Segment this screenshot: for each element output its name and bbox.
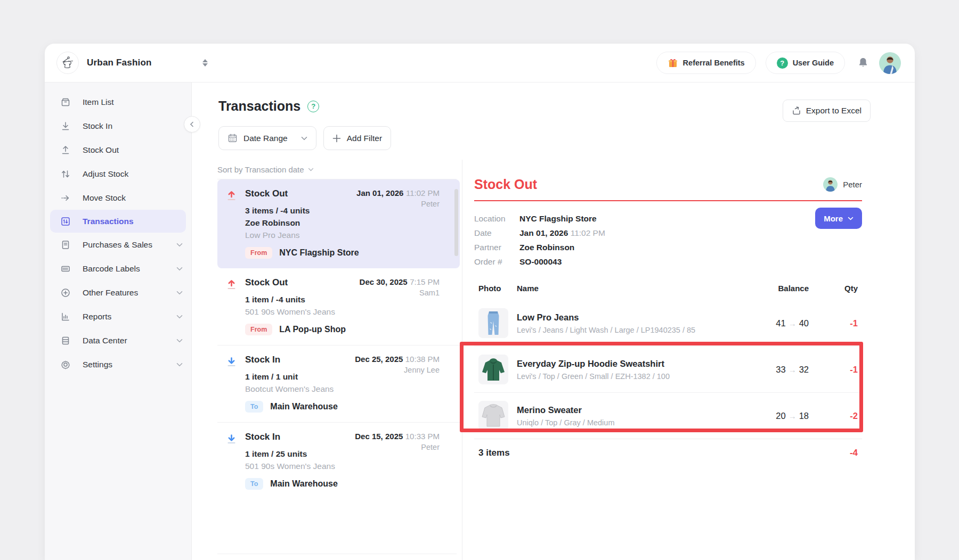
- sidebar-item-stock-in[interactable]: Stock In: [45, 114, 191, 138]
- transaction-card-2[interactable]: Stock Out1 item / -4 units501 90s Women'…: [217, 268, 460, 345]
- notifications-bell-icon[interactable]: [857, 56, 869, 69]
- transaction-card-1[interactable]: Stock Out3 items / -4 unitsZoe RobinsonL…: [217, 179, 460, 268]
- stock-in-icon: [60, 120, 71, 131]
- referral-benefits-button[interactable]: Referral Benefits: [656, 52, 756, 74]
- stock-out-icon: [60, 144, 71, 155]
- direction-tag: From: [245, 324, 272, 335]
- table-total-row: 3 items -4: [474, 439, 862, 467]
- barcode-icon: [60, 263, 71, 274]
- other-features-icon: [60, 287, 71, 298]
- sidebar-item-label: Move Stock: [83, 193, 126, 203]
- jeans-photo: [478, 308, 508, 338]
- arrow-right-icon: →: [786, 319, 799, 328]
- transaction-location: LA Pop-up Shop: [279, 325, 346, 334]
- transaction-card-3[interactable]: Stock In1 item / 1 unitBootcut Women's J…: [217, 345, 460, 422]
- arrow-right-icon: →: [786, 365, 799, 374]
- chevron-down-icon: [176, 291, 183, 295]
- direction-tag: From: [245, 247, 272, 259]
- sidebar-item-data-center[interactable]: Data Center: [45, 328, 191, 352]
- chevron-down-icon: [176, 243, 183, 247]
- total-items-label: 3 items: [478, 448, 809, 458]
- workspace-logo[interactable]: [56, 52, 79, 74]
- transaction-item: 501 90s Women's Jeans: [245, 306, 440, 318]
- calendar-icon: [227, 133, 238, 143]
- app-window: Urban Fashion Referral Benefits ? User G…: [45, 44, 915, 560]
- chevron-down-icon: [176, 363, 183, 367]
- export-to-excel-button[interactable]: Export to Excel: [783, 100, 871, 122]
- detail-title: Stock Out: [474, 177, 537, 192]
- item-attributes: Levi's / Jeans / Light Wash / Large / LP…: [517, 326, 739, 334]
- more-button[interactable]: More: [815, 208, 862, 229]
- purchases-icon: [60, 239, 71, 250]
- list-scrollbar[interactable]: [454, 189, 458, 256]
- transaction-card-4[interactable]: Stock In1 item / 25 units501 90s Women's…: [217, 422, 460, 499]
- main-content: Transactions ? Export to Excel Date: [192, 83, 915, 560]
- question-badge-icon: ?: [777, 57, 788, 69]
- item-row-everyday-zip-up-hoodie-sweatshirt[interactable]: Everyday Zip-up Hoodie SweatshirtLevi's …: [474, 346, 862, 392]
- field-value-location: NYC Flagship Store: [519, 214, 862, 224]
- sidebar-item-purchases-sales[interactable]: Purchases & Sales: [45, 233, 191, 257]
- user-avatar[interactable]: [879, 52, 901, 74]
- transaction-user: Peter: [355, 443, 440, 451]
- chevron-down-icon: [176, 267, 183, 271]
- sidebar-item-move-stock[interactable]: Move Stock: [45, 186, 191, 210]
- transaction-datetime: Dec 25, 2025 10:38 PMJenny Lee: [355, 355, 440, 374]
- transaction-date: Dec 15, 2025: [355, 432, 403, 441]
- transactions-icon: [60, 216, 71, 227]
- date-range-dropdown[interactable]: Date Range: [218, 126, 316, 150]
- sidebar-item-label: Data Center: [83, 336, 127, 345]
- date-range-label: Date Range: [243, 134, 288, 143]
- divider: [217, 554, 457, 554]
- sidebar-item-stock-out[interactable]: Stock Out: [45, 138, 191, 162]
- field-label-date: Date: [474, 228, 519, 238]
- sidebar: Item ListStock InStock OutAdjust StockMo…: [45, 83, 192, 560]
- add-filter-button[interactable]: Add Filter: [323, 126, 391, 150]
- direction-tag: To: [245, 478, 263, 490]
- sidebar-item-other-features[interactable]: Other Features: [45, 281, 191, 304]
- column-header-qty: Qty: [809, 284, 858, 293]
- transaction-partner: Zoe Robinson: [245, 217, 440, 229]
- gift-icon: [668, 57, 678, 68]
- transaction-datetime: Jan 01, 2026 11:02 PMPeter: [356, 188, 440, 208]
- stock-out-arrow-icon: [225, 190, 238, 259]
- sidebar-item-settings[interactable]: Settings: [45, 352, 191, 376]
- total-qty-value: -4: [809, 448, 858, 458]
- sidebar-item-barcode-labels[interactable]: Barcode Labels: [45, 257, 191, 281]
- sidebar-item-reports[interactable]: Reports: [45, 304, 191, 328]
- sort-by-dropdown[interactable]: Sort by Transaction date: [217, 160, 457, 179]
- more-label: More: [824, 214, 843, 223]
- transaction-datetime: Dec 30, 2025 7:15 PMSam1: [360, 277, 440, 297]
- export-icon: [792, 106, 801, 116]
- sidebar-collapse-button[interactable]: [184, 116, 200, 133]
- sort-by-label: Sort by Transaction date: [217, 165, 304, 174]
- sidebar-item-item-list[interactable]: Item List: [45, 90, 191, 114]
- workspace-name: Urban Fashion: [87, 57, 152, 68]
- item-row-merino-sweater[interactable]: Merino SweaterUniqlo / Top / Gray / Medi…: [474, 392, 862, 439]
- transaction-date: Jan 01, 2026: [356, 188, 403, 197]
- stock-out-arrow-icon: [225, 278, 238, 335]
- question-circle-icon[interactable]: ?: [307, 101, 319, 112]
- referral-benefits-label: Referral Benefits: [683, 59, 745, 67]
- red-divider: [474, 200, 862, 201]
- sidebar-item-transactions[interactable]: Transactions: [50, 210, 186, 233]
- workspace-switcher[interactable]: [202, 59, 208, 67]
- item-name: Low Pro Jeans: [517, 312, 739, 323]
- sidebar-item-adjust-stock[interactable]: Adjust Stock: [45, 162, 191, 186]
- user-avatar: [823, 177, 838, 192]
- field-label-order: Order #: [474, 257, 519, 267]
- user-guide-button[interactable]: ? User Guide: [766, 52, 845, 74]
- transaction-user: Peter: [356, 200, 440, 208]
- transaction-user: Sam1: [360, 289, 440, 297]
- transaction-item: 501 90s Women's Jeans: [245, 460, 440, 472]
- tshirt-hanger-icon: [61, 56, 75, 70]
- content-header: Transactions ? Export to Excel Date: [192, 83, 915, 150]
- user-guide-label: User Guide: [793, 59, 834, 67]
- sidebar-item-label: Stock In: [83, 121, 112, 131]
- hoodie-photo: [478, 355, 508, 384]
- sidebar-item-label: Other Features: [83, 288, 138, 298]
- item-row-low-pro-jeans[interactable]: Low Pro JeansLevi's / Jeans / Light Wash…: [474, 300, 862, 346]
- transaction-date: Dec 25, 2025: [355, 355, 403, 364]
- sidebar-item-label: Adjust Stock: [83, 169, 128, 179]
- sidebar-item-label: Stock Out: [83, 145, 119, 155]
- item-name: Merino Sweater: [517, 405, 739, 415]
